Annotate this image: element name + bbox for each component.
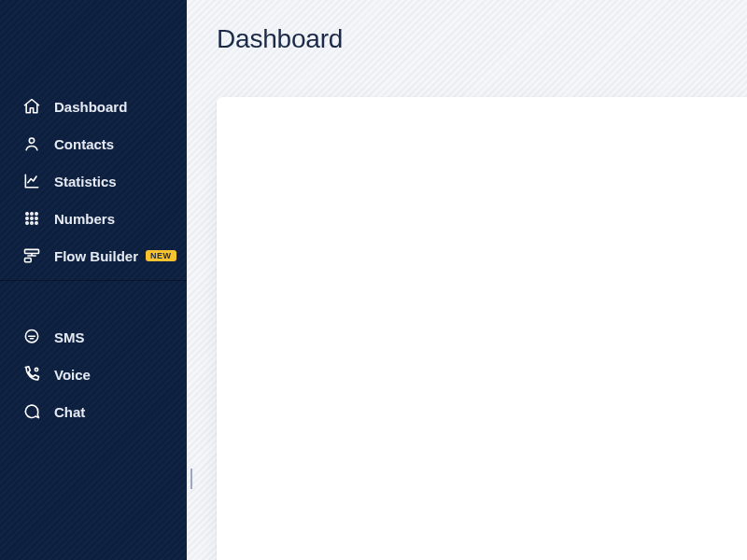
- svg-point-9: [35, 222, 37, 224]
- nav-group-primary: Dashboard Contacts Statistics: [0, 88, 187, 274]
- sidebar: Dashboard Contacts Statistics: [0, 0, 187, 560]
- sidebar-item-statistics[interactable]: Statistics: [0, 162, 187, 200]
- nav-divider: [0, 280, 187, 281]
- sidebar-item-numbers[interactable]: Numbers: [0, 200, 187, 237]
- main-content: Dashboard: [187, 0, 747, 560]
- phone-icon: [22, 365, 41, 384]
- svg-point-6: [35, 217, 37, 219]
- dashboard-card: [217, 97, 747, 560]
- svg-point-5: [31, 217, 33, 219]
- sidebar-item-voice[interactable]: Voice: [0, 356, 187, 393]
- flow-icon: [22, 246, 41, 265]
- sidebar-item-dashboard[interactable]: Dashboard: [0, 88, 187, 125]
- sidebar-item-flow-builder[interactable]: Flow Builder NEW: [0, 237, 187, 274]
- page-title: Dashboard: [217, 24, 343, 54]
- sidebar-item-label: Contacts: [54, 136, 114, 152]
- sidebar-item-label: Statistics: [54, 174, 117, 189]
- chat-icon: [22, 402, 41, 421]
- new-badge: NEW: [146, 250, 176, 261]
- svg-point-1: [26, 213, 28, 215]
- app-root: Dashboard Contacts Statistics: [0, 0, 747, 560]
- sidebar-item-sms[interactable]: SMS: [0, 318, 187, 356]
- dialpad-icon: [22, 209, 41, 228]
- svg-point-3: [35, 213, 37, 215]
- sidebar-item-label: SMS: [54, 329, 85, 345]
- sidebar-item-contacts[interactable]: Contacts: [0, 125, 187, 162]
- svg-point-2: [31, 213, 33, 215]
- sidebar-item-chat[interactable]: Chat: [0, 393, 187, 430]
- sidebar-item-label: Flow Builder: [54, 248, 138, 264]
- svg-point-4: [26, 217, 28, 219]
- svg-point-13: [35, 368, 37, 371]
- sidebar-item-label: Dashboard: [54, 99, 127, 115]
- svg-point-8: [31, 222, 33, 224]
- sidebar-item-label: Chat: [54, 404, 85, 420]
- user-icon: [22, 134, 41, 153]
- sidebar-collapse-handle[interactable]: [190, 469, 195, 489]
- message-icon: [22, 328, 41, 346]
- sidebar-item-label: Numbers: [54, 211, 115, 227]
- svg-point-0: [29, 138, 34, 143]
- svg-point-7: [26, 222, 28, 224]
- svg-rect-11: [25, 259, 32, 262]
- sidebar-item-label: Voice: [54, 367, 91, 383]
- chart-line-icon: [22, 172, 41, 190]
- nav-group-secondary: SMS Voice Chat: [0, 318, 187, 430]
- home-icon: [22, 97, 41, 116]
